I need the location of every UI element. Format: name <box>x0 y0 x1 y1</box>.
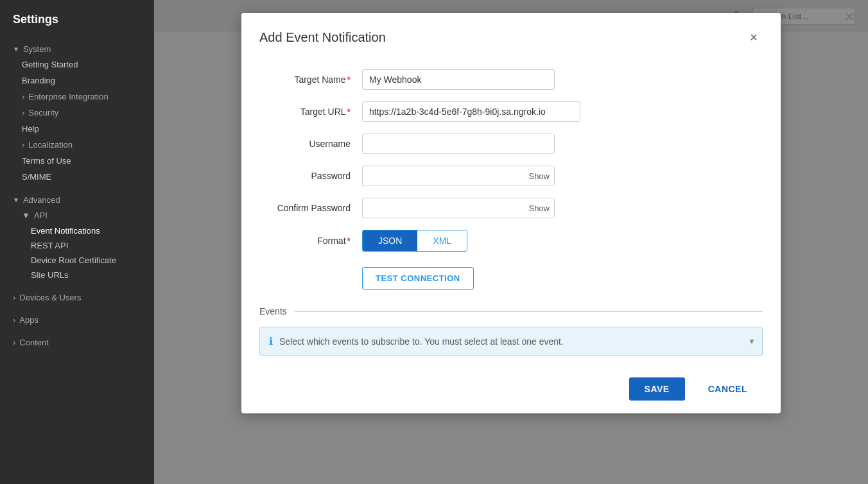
test-connection-button[interactable]: TEST CONNECTION <box>362 267 474 290</box>
form-row-target-url: Target URL* <box>259 101 763 122</box>
show-password-button[interactable]: Show <box>528 171 550 181</box>
label-target-name: Target Name* <box>259 74 362 85</box>
chevron-down-icon: ▼ <box>13 46 19 53</box>
modal-footer: SAVE CANCEL <box>241 368 781 413</box>
sidebar: Settings ▼ System Getting Started Brandi… <box>0 0 154 484</box>
input-confirm-password[interactable] <box>362 198 555 218</box>
sidebar-item-rest-api[interactable]: REST API <box>22 238 141 253</box>
sidebar-subsection-security: › Security <box>13 105 141 121</box>
required-star-target-name: * <box>347 74 351 85</box>
format-xml-button[interactable]: XML <box>417 230 467 251</box>
form-row-username: Username <box>259 134 763 154</box>
sidebar-section-label-system: System <box>23 44 51 54</box>
sidebar-section-label-advanced: Advanced <box>23 195 60 205</box>
required-star-format: * <box>347 236 351 246</box>
sidebar-label-enterprise-integration: Enterprise Integration <box>28 92 108 101</box>
input-target-url[interactable] <box>362 101 580 122</box>
format-toggle: JSON XML <box>362 230 467 252</box>
sidebar-item-security[interactable]: › Security <box>22 105 141 121</box>
sidebar-item-api[interactable]: ▼ API <box>22 207 141 223</box>
save-button[interactable]: SAVE <box>629 377 685 401</box>
cancel-button[interactable]: CANCEL <box>693 377 763 401</box>
sidebar-item-terms-of-use[interactable]: Terms of Use <box>13 153 141 169</box>
format-json-button[interactable]: JSON <box>363 230 417 251</box>
events-dropdown-arrow-icon: ▼ <box>748 337 756 346</box>
chevron-right-icon: › <box>22 92 24 101</box>
sidebar-item-localization[interactable]: › Localization <box>22 137 141 153</box>
sidebar-title: Settings <box>0 13 154 39</box>
required-star-target-url: * <box>347 107 351 117</box>
sidebar-label-api: API <box>34 211 48 220</box>
sidebar-subsection-api: ▼ API Event Notifications REST API Devic… <box>13 207 141 282</box>
show-confirm-password-button[interactable]: Show <box>528 203 550 213</box>
label-target-url: Target URL* <box>259 107 362 117</box>
modal-header: Add Event Notification × <box>241 13 781 56</box>
events-label: Events <box>259 306 763 316</box>
sidebar-item-getting-started[interactable]: Getting Started <box>13 56 141 73</box>
sidebar-label-security: Security <box>28 108 58 117</box>
sidebar-item-content[interactable]: › Content <box>13 338 141 347</box>
chevron-right-icon-content: › <box>13 338 15 347</box>
form-row-confirm-password: Confirm Password Show <box>259 198 763 218</box>
modal-title: Add Event Notification <box>259 30 386 45</box>
sidebar-subsection-localization: › Localization <box>13 137 141 153</box>
sidebar-item-device-root-cert[interactable]: Device Root Certificate <box>22 253 141 268</box>
label-password: Password <box>259 171 362 181</box>
events-section: Events ℹ Select which events to subscrib… <box>259 306 763 356</box>
modal-overlay: Add Event Notification × Target Name* <box>154 0 868 484</box>
main-content: ⇧ ✕ Add Event Notification × <box>154 0 868 484</box>
sidebar-item-smime[interactable]: S/MIME <box>13 169 141 185</box>
sidebar-label-content: Content <box>19 338 49 347</box>
chevron-down-icon-advanced: ▼ <box>13 196 19 203</box>
sidebar-section-header-system[interactable]: ▼ System <box>13 44 141 54</box>
sidebar-label-devices-users: Devices & Users <box>19 293 81 302</box>
input-target-name[interactable] <box>362 69 555 90</box>
password-wrapper: Show <box>362 166 555 186</box>
confirm-password-wrapper: Show <box>362 198 555 218</box>
chevron-right-icon-localization: › <box>22 140 24 150</box>
sidebar-label-apps: Apps <box>19 315 39 325</box>
sidebar-item-enterprise-integration[interactable]: › Enterprise Integration <box>22 89 141 105</box>
sidebar-section-apps: › Apps <box>0 310 154 333</box>
modal-body: Target Name* Target URL* U <box>241 56 781 368</box>
sidebar-section-advanced: ▼ Advanced ▼ API Event Notifications RES… <box>0 190 154 288</box>
sidebar-label-localization: Localization <box>28 140 73 150</box>
form-row-target-name: Target Name* <box>259 69 763 90</box>
sidebar-item-devices-users[interactable]: › Devices & Users <box>13 293 141 302</box>
sidebar-section-devices: › Devices & Users <box>0 288 154 310</box>
events-section-label: Events <box>259 306 287 316</box>
input-password[interactable] <box>362 166 555 186</box>
sidebar-item-event-notifications[interactable]: Event Notifications <box>22 223 141 238</box>
modal-close-button[interactable]: × <box>745 28 763 46</box>
info-icon: ℹ <box>269 335 273 347</box>
label-format: Format* <box>259 236 362 246</box>
events-select-box[interactable]: ℹ Select which events to subscribe to. Y… <box>259 327 763 356</box>
background-page: Settings ▼ System Getting Started Brandi… <box>0 0 868 484</box>
sidebar-item-site-urls[interactable]: Site URLs <box>22 268 141 282</box>
events-select-text: Select which events to subscribe to. You… <box>279 336 753 347</box>
chevron-right-icon-security: › <box>22 108 24 117</box>
sidebar-item-branding[interactable]: Branding <box>13 73 141 89</box>
chevron-right-icon-devices: › <box>13 293 15 302</box>
sidebar-item-apps[interactable]: › Apps <box>13 315 141 325</box>
label-username: Username <box>259 139 362 149</box>
chevron-right-icon-apps: › <box>13 315 15 325</box>
events-divider <box>295 311 763 312</box>
form-row-password: Password Show <box>259 166 763 186</box>
chevron-down-icon-api: ▼ <box>22 211 30 220</box>
modal-add-event-notification: Add Event Notification × Target Name* <box>241 13 781 413</box>
sidebar-subsection-enterprise: › Enterprise Integration <box>13 89 141 105</box>
input-username[interactable] <box>362 134 555 154</box>
sidebar-section-system: ▼ System Getting Started Branding › Ente… <box>0 39 154 190</box>
sidebar-section-header-advanced[interactable]: ▼ Advanced <box>13 195 141 205</box>
sidebar-section-content: › Content <box>0 333 154 355</box>
test-connection-row: TEST CONNECTION <box>259 263 763 300</box>
label-confirm-password: Confirm Password <box>259 203 362 213</box>
sidebar-item-help[interactable]: Help <box>13 121 141 137</box>
form-row-format: Format* JSON XML <box>259 230 763 252</box>
